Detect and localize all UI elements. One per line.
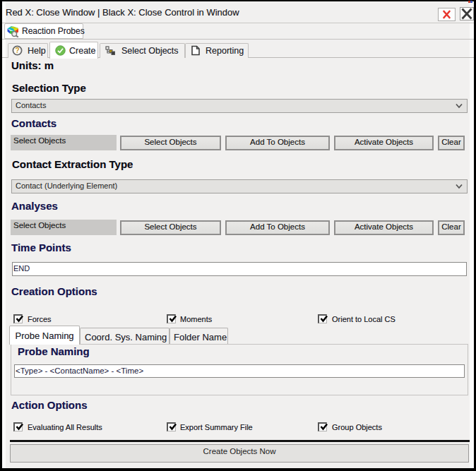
- svg-text:?: ?: [15, 47, 19, 54]
